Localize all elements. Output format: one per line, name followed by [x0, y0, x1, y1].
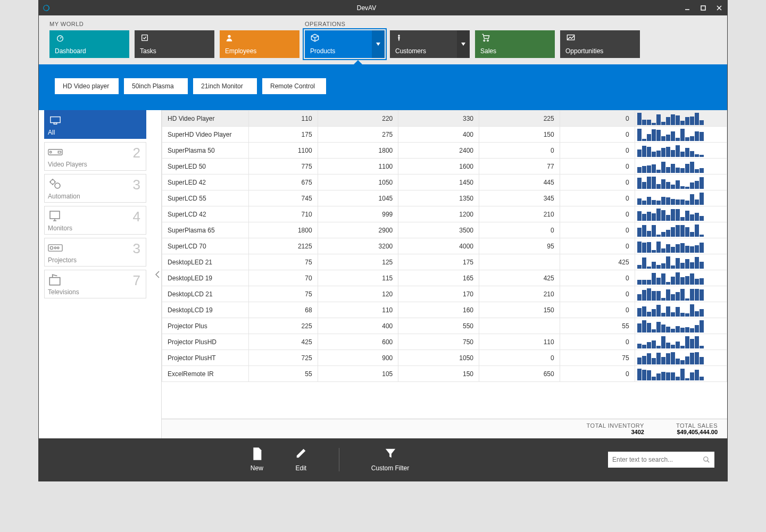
cell-c5: 0	[560, 302, 635, 318]
table-row[interactable]: SuperHD Video Player1752754001500	[162, 127, 727, 143]
table-row[interactable]: SuperLED 5077511001600770	[162, 159, 727, 174]
table-row[interactable]: Projector PlusHT7259001050075	[162, 350, 727, 366]
category-label: Televisions	[48, 288, 143, 296]
tile-label: Products	[310, 47, 369, 55]
search-box[interactable]	[608, 452, 714, 468]
quick-item-2[interactable]: 21inch Monitor	[193, 78, 257, 94]
table-row[interactable]: DesktopLCD 21751201702100	[162, 286, 727, 302]
search-icon[interactable]	[703, 456, 710, 463]
category-icon	[48, 113, 143, 128]
svg-point-12	[487, 40, 489, 41]
cell-spark	[635, 159, 727, 174]
category-label: All	[48, 129, 143, 136]
cell-c4: 0	[479, 143, 560, 159]
sparkline-chart	[637, 304, 717, 317]
close-button[interactable]	[711, 1, 727, 15]
category-label: Automation	[48, 193, 143, 200]
cell-c1: 710	[248, 206, 318, 222]
tile-label: Employees	[225, 47, 294, 55]
cell-c4: 0	[479, 350, 560, 366]
svg-rect-16	[48, 149, 62, 155]
cell-c3: 750	[398, 334, 479, 350]
category-count: 4	[133, 209, 140, 225]
sparkline-chart	[637, 336, 717, 348]
svg-rect-26	[49, 278, 60, 285]
ribbon-group-my-world: MY WORLD	[49, 21, 305, 27]
table-row[interactable]: SuperLCD 70212532004000950	[162, 238, 727, 254]
edit-button[interactable]: Edit	[295, 447, 307, 472]
tile-tasks[interactable]: Tasks	[135, 30, 214, 58]
sidebar-splitter[interactable]	[154, 110, 161, 438]
svg-rect-15	[54, 123, 57, 124]
table-row[interactable]: SuperPlasma 5011001800240000	[162, 143, 727, 159]
cell-name: SuperHD Video Player	[162, 127, 249, 143]
new-button[interactable]: New	[251, 447, 263, 472]
tile-customers[interactable]: Customers	[390, 30, 470, 58]
sidebar-item-monitors[interactable]: 4Monitors	[44, 206, 146, 235]
cell-c3: 160	[398, 302, 479, 318]
category-icon	[48, 145, 143, 160]
cell-spark	[635, 286, 727, 302]
products-dropdown[interactable]	[372, 30, 385, 58]
sidebar-item-video-players[interactable]: 2Video Players	[44, 142, 146, 171]
table-row[interactable]: SuperLED 42675105014504450	[162, 174, 727, 190]
table-row[interactable]: DesktopLED 2175125175425	[162, 254, 727, 270]
sidebar-item-projectors[interactable]: 3Projectors	[44, 238, 146, 267]
search-input[interactable]	[612, 456, 703, 463]
cell-name: HD Video Player	[162, 111, 249, 127]
custom-filter-button[interactable]: Custom Filter	[371, 447, 409, 472]
table-row[interactable]: Projector Plus22540055055	[162, 318, 727, 334]
sidebar-item-all[interactable]: All	[44, 110, 146, 139]
new-file-icon	[252, 447, 262, 461]
sparkline-chart	[637, 176, 717, 189]
cell-c2: 999	[318, 206, 398, 222]
table-row[interactable]: SuperLCD 55745104513503450	[162, 190, 727, 206]
cell-c1: 175	[248, 127, 318, 143]
category-sidebar: All2Video Players3Automation4Monitors3Pr…	[39, 110, 154, 438]
svg-marker-8	[376, 43, 380, 46]
table-row[interactable]: ExcelRemote IR551051506500	[162, 366, 727, 382]
maximize-button[interactable]	[695, 1, 711, 15]
cell-c4: 77	[479, 159, 560, 174]
quick-item-3[interactable]: Remote Control	[262, 78, 326, 94]
cell-c2: 3200	[318, 238, 398, 254]
quick-item-0[interactable]: HD Video player	[55, 78, 119, 94]
quick-item-1[interactable]: 50inch Plasma	[124, 78, 188, 94]
sidebar-item-televisions[interactable]: 7Televisions	[44, 270, 146, 298]
cell-c5: 425	[560, 254, 635, 270]
tile-sales[interactable]: Sales	[475, 30, 555, 58]
sidebar-item-automation[interactable]: 3Automation	[44, 174, 146, 203]
cell-c5: 0	[560, 286, 635, 302]
tile-label: Customers	[395, 47, 454, 55]
tile-employees[interactable]: Employees	[220, 30, 299, 58]
app-icon	[39, 1, 54, 15]
svg-rect-2	[701, 6, 705, 10]
cell-spark	[635, 366, 727, 382]
table-row[interactable]: SuperPlasma 6518002900350000	[162, 222, 727, 238]
cell-c4: 150	[479, 127, 560, 143]
tile-dashboard[interactable]: Dashboard	[49, 30, 129, 58]
table-row[interactable]: HD Video Player1102203302250	[162, 111, 727, 127]
tile-products[interactable]: Products	[305, 30, 385, 58]
customers-dropdown[interactable]	[457, 30, 470, 58]
table-row[interactable]: SuperLCD 4271099912002100	[162, 206, 727, 222]
sparkline-chart	[637, 240, 717, 253]
cell-c1: 775	[248, 159, 318, 174]
cell-c4: 110	[479, 334, 560, 350]
minimize-button[interactable]	[679, 1, 695, 15]
tile-opportunities[interactable]: Opportunities	[560, 30, 640, 58]
svg-point-20	[55, 183, 60, 188]
category-label: Video Players	[48, 161, 143, 168]
cell-c2: 1800	[318, 143, 398, 159]
cell-c4: 95	[479, 238, 560, 254]
table-row[interactable]: Projector PlusHD4256007501100	[162, 334, 727, 350]
opportunities-icon	[565, 34, 635, 43]
cell-c2: 2900	[318, 222, 398, 238]
table-row[interactable]: DesktopLCD 19681101601500	[162, 302, 727, 318]
cell-name: DesktopLED 21	[162, 254, 249, 270]
cell-c2: 275	[318, 127, 398, 143]
cell-c4: 345	[479, 190, 560, 206]
cell-name: SuperLCD 42	[162, 206, 249, 222]
table-row[interactable]: DesktopLED 19701151654250	[162, 270, 727, 286]
category-count: 7	[133, 272, 140, 289]
